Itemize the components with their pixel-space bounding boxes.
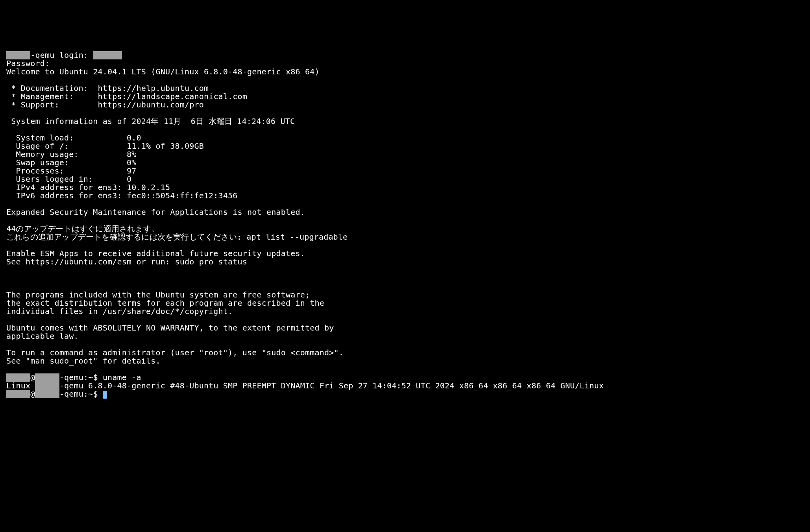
- sudo-2: See "man sudo_root" for details.: [6, 356, 161, 366]
- warranty-2: applicable law.: [6, 331, 79, 341]
- terminal[interactable]: -qemu login: Password: Welcome to Ubuntu…: [0, 41, 810, 400]
- redacted-username-login: [93, 51, 122, 59]
- redacted-user: [6, 373, 30, 382]
- redacted-host-output: [35, 382, 59, 390]
- sys-ipv6: IPv6 address for ens3: fec0::5054:ff:fe1…: [6, 191, 238, 200]
- redacted-host-2: [35, 390, 59, 398]
- prompt-line-2[interactable]: @ -qemu:~$: [6, 389, 107, 399]
- welcome-line: Welcome to Ubuntu 24.04.1 LTS (GNU/Linux…: [6, 67, 320, 76]
- esm-apps-2: See https://ubuntu.com/esm or run: sudo …: [6, 257, 247, 266]
- redacted-host: [35, 373, 59, 382]
- support-line: * Support: https://ubuntu.com/pro: [6, 100, 204, 109]
- cursor: [103, 391, 107, 399]
- sysinfo-header: System information as of 2024年 11月 6日 水曜…: [6, 116, 295, 126]
- esm-status: Expanded Security Maintenance for Applic…: [6, 207, 305, 217]
- redacted-hostname: [6, 51, 30, 59]
- redacted-user-2: [6, 390, 30, 398]
- updates-line-2: これらの追加アップデートを確認するには次を実行してください: apt list …: [6, 232, 348, 242]
- legal-3: individual files in /usr/share/doc/*/cop…: [6, 307, 233, 316]
